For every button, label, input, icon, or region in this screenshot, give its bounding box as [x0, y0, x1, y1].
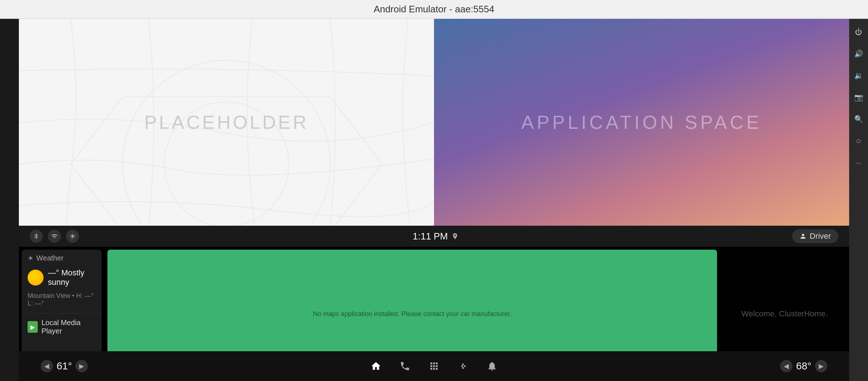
status-right: Driver — [792, 229, 838, 243]
bottom-nav: ◀ 61° ▶ ◀ 68° ▶ — [19, 351, 849, 381]
volume-down-icon[interactable]: 🔉 — [853, 70, 864, 81]
camera-icon[interactable]: 📷 — [853, 91, 864, 103]
media-label: Local Media Player — [41, 319, 96, 335]
title-bar: Android Emulator - aae:5554 — [0, 0, 868, 19]
status-center: 1:11 PM — [413, 231, 459, 242]
power-icon[interactable]: ⏻ — [853, 26, 864, 38]
home-nav-icon[interactable] — [370, 361, 381, 372]
weather-location: Mountain View • H: —° L: —° — [28, 289, 96, 309]
title-bar-text: Android Emulator - aae:5554 — [374, 4, 494, 15]
driver-label: Driver — [810, 232, 831, 241]
volume-up-icon[interactable]: 🔊 — [853, 48, 864, 60]
left-temp-increase[interactable]: ▶ — [75, 360, 88, 372]
status-bar: 1:11 PM Driver — [19, 226, 849, 247]
phone-nav-icon[interactable] — [400, 361, 410, 372]
circle-icon[interactable]: ○ — [853, 135, 864, 147]
left-panel-placeholder: PLACEHOLDER — [144, 111, 308, 133]
weather-sun-icon — [28, 270, 44, 286]
wifi-icon[interactable] — [48, 230, 61, 243]
bell-nav-icon[interactable] — [487, 361, 498, 372]
right-temp-increase[interactable]: ▶ — [815, 360, 827, 372]
cluster-welcome: Welcome, ClusterHome. — [741, 309, 828, 319]
media-row[interactable]: ▶ Local Media Player — [22, 314, 102, 340]
media-icon: ▶ — [28, 321, 38, 333]
weather-title: ☀ Weather — [28, 254, 96, 262]
top-display: PLACEHOLDER APPLICATION SPACE — [19, 19, 849, 226]
right-panel: APPLICATION SPACE — [434, 19, 849, 226]
weather-section: ☀ Weather —° Mostly sunny Mountain View … — [22, 250, 102, 313]
status-left — [30, 230, 79, 243]
weather-condition: —° Mostly sunny — [48, 268, 96, 287]
left-temp-group: ◀ 61° ▶ — [41, 360, 88, 372]
zoom-icon[interactable]: 🔍 — [853, 113, 864, 125]
app-space-text: APPLICATION SPACE — [521, 111, 762, 133]
nav-icons — [370, 361, 498, 372]
right-temp-decrease[interactable]: ◀ — [780, 360, 793, 372]
driver-button[interactable]: Driver — [792, 229, 838, 243]
left-temp-decrease[interactable]: ◀ — [41, 360, 53, 372]
left-temp-value: 61° — [57, 360, 72, 372]
grid-nav-icon[interactable] — [429, 361, 439, 372]
right-temp-value: 68° — [796, 360, 811, 372]
right-temp-group: ◀ 68° ▶ — [780, 360, 827, 372]
status-time: 1:11 PM — [413, 231, 448, 242]
brightness-icon[interactable] — [66, 230, 79, 243]
more-icon[interactable]: ··· — [853, 157, 864, 168]
fan-nav-icon[interactable] — [458, 361, 468, 372]
bluetooth-icon[interactable] — [30, 230, 43, 243]
weather-row: —° Mostly sunny — [28, 266, 96, 289]
location-icon — [451, 233, 459, 240]
right-toolbar: ⏻ 🔊 🔉 📷 🔍 ○ ··· — [849, 19, 868, 381]
map-message: No maps application installed. Please co… — [313, 310, 511, 318]
left-panel: PLACEHOLDER — [19, 19, 434, 226]
